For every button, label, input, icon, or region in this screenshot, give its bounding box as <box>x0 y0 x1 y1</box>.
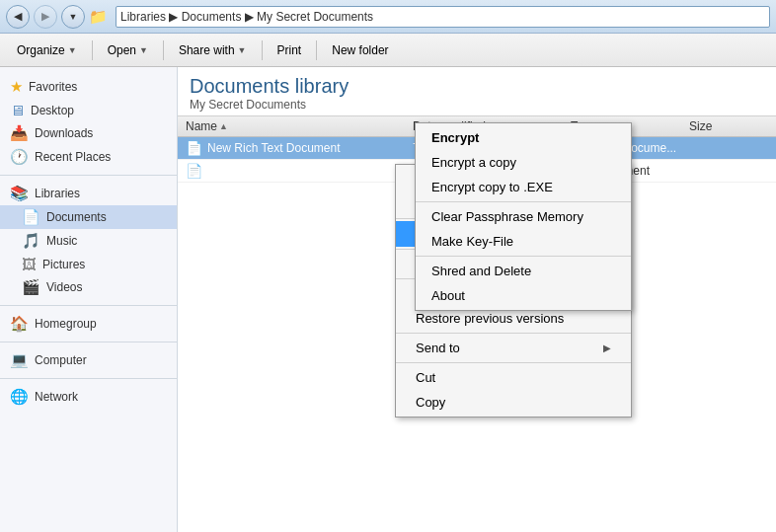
network-label: Network <box>35 390 78 404</box>
computer-label: Computer <box>35 353 87 367</box>
open-label: Open <box>108 43 136 57</box>
library-header: Documents library My Secret Documents <box>178 67 776 115</box>
new-folder-button[interactable]: New folder <box>323 39 397 61</box>
sort-icon: ▲ <box>219 121 228 131</box>
address-bar[interactable]: Libraries ▶ Documents ▶ My Secret Docume… <box>116 6 770 28</box>
music-label: Music <box>46 234 77 248</box>
library-subtitle: My Secret Documents <box>190 98 764 112</box>
submenu-encrypt[interactable]: Encrypt <box>416 125 631 150</box>
pictures-icon: 🖼 <box>22 256 37 272</box>
toolbar-separator <box>92 40 93 60</box>
organize-button[interactable]: Organize ▼ <box>8 39 86 61</box>
folder-icon: 📁 <box>89 8 108 26</box>
file-name: New Rich Text Document <box>207 141 341 155</box>
music-icon: 🎵 <box>22 232 40 250</box>
sidebar-item-videos[interactable]: 🎬 Videos <box>0 275 177 299</box>
submenu-sep-1 <box>416 201 631 202</box>
file-icon: 📄 <box>186 140 202 156</box>
col-size[interactable]: Size <box>689 119 768 133</box>
organize-chevron-icon: ▼ <box>68 45 77 55</box>
open-button[interactable]: Open ▼ <box>99 39 157 61</box>
send-to-arrow-icon: ▶ <box>603 342 611 353</box>
print-button[interactable]: Print <box>269 39 311 61</box>
address-text: Libraries ▶ Documents ▶ My Secret Docume… <box>120 10 373 24</box>
recent-places-icon: 🕐 <box>10 148 29 166</box>
documents-icon: 📄 <box>22 208 40 226</box>
new-folder-label: New folder <box>332 43 388 57</box>
submenu-make-key[interactable]: Make Key-File <box>416 229 631 254</box>
submenu-shred-delete[interactable]: Shred and Delete <box>416 259 631 283</box>
submenu-clear-passphrase[interactable]: Clear Passphrase Memory <box>416 204 631 229</box>
submenu-about[interactable]: About <box>416 283 631 308</box>
toolbar-separator-3 <box>262 40 263 60</box>
sidebar-divider-4 <box>0 378 177 379</box>
sidebar-item-desktop[interactable]: 🖥 Desktop <box>0 99 177 121</box>
documents-label: Documents <box>46 210 107 224</box>
file-name-cell-2: 📄 <box>186 163 413 179</box>
ctx-send-to[interactable]: Send to ▶ <box>396 336 631 360</box>
downloads-icon: 📥 <box>10 124 29 142</box>
title-bar: ◀ ▶ ▼ 📁 Libraries ▶ Documents ▶ My Secre… <box>0 0 776 34</box>
open-chevron-icon: ▼ <box>139 45 148 55</box>
share-with-label: Share with <box>179 43 235 57</box>
homegroup-label: Homegroup <box>35 317 97 331</box>
ctx-sep-4 <box>396 333 631 334</box>
sidebar-item-recent-places[interactable]: 🕐 Recent Places <box>0 145 177 169</box>
toolbar-separator-2 <box>163 40 164 60</box>
videos-icon: 🎬 <box>22 278 40 296</box>
toolbar: Organize ▼ Open ▼ Share with ▼ Print New… <box>0 34 776 67</box>
file-name-cell: 📄 New Rich Text Document <box>186 140 413 156</box>
ctx-copy[interactable]: Copy <box>396 390 631 415</box>
library-title: Documents library <box>190 75 764 98</box>
network-icon: 🌐 <box>10 388 29 406</box>
submenu-encrypt-exe[interactable]: Encrypt copy to .EXE <box>416 175 631 199</box>
organize-label: Organize <box>17 43 65 57</box>
libraries-icon: 📚 <box>10 185 29 202</box>
sidebar-item-documents[interactable]: 📄 Documents <box>0 205 177 229</box>
videos-label: Videos <box>46 280 82 294</box>
sidebar-item-music[interactable]: 🎵 Music <box>0 229 177 253</box>
downloads-label: Downloads <box>35 126 93 140</box>
col-name[interactable]: Name ▲ <box>186 119 413 133</box>
favorites-label: Favorites <box>29 80 77 94</box>
sidebar-item-pictures[interactable]: 🖼 Pictures <box>0 253 177 275</box>
content-area: Documents library My Secret Documents Na… <box>178 67 776 532</box>
desktop-icon: 🖥 <box>10 102 25 118</box>
share-with-chevron-icon: ▼ <box>238 45 247 55</box>
libraries-label: Libraries <box>35 187 80 200</box>
print-label: Print <box>277 43 302 57</box>
file-icon-2: 📄 <box>186 163 202 179</box>
sidebar-item-homegroup[interactable]: 🏠 Homegroup <box>0 312 177 336</box>
sidebar-item-computer[interactable]: 💻 Computer <box>0 348 177 372</box>
sidebar-divider-2 <box>0 305 177 306</box>
main-container: ★ Favorites 🖥 Desktop 📥 Downloads 🕐 Rece… <box>0 67 776 532</box>
ctx-sep-5 <box>396 362 631 363</box>
homegroup-icon: 🏠 <box>10 315 29 333</box>
axcrypt-submenu: Encrypt Encrypt a copy Encrypt copy to .… <box>415 122 632 311</box>
star-icon: ★ <box>10 78 23 96</box>
sidebar-section-libraries: 📚 Libraries <box>0 182 177 205</box>
dropdown-button[interactable]: ▼ <box>61 5 85 29</box>
pictures-label: Pictures <box>42 258 85 271</box>
sidebar: ★ Favorites 🖥 Desktop 📥 Downloads 🕐 Rece… <box>0 67 178 532</box>
ctx-cut[interactable]: Cut <box>396 365 631 390</box>
sidebar-divider-3 <box>0 342 177 342</box>
sidebar-item-network[interactable]: 🌐 Network <box>0 385 177 409</box>
sidebar-section-favorites: ★ Favorites <box>0 75 177 99</box>
submenu-sep-2 <box>416 256 631 257</box>
toolbar-separator-4 <box>316 40 317 60</box>
share-with-button[interactable]: Share with ▼ <box>170 39 256 61</box>
recent-places-label: Recent Places <box>35 150 111 164</box>
sidebar-item-downloads[interactable]: 📥 Downloads <box>0 121 177 145</box>
desktop-label: Desktop <box>31 104 74 117</box>
submenu-encrypt-copy[interactable]: Encrypt a copy <box>416 150 631 175</box>
forward-button[interactable]: ▶ <box>34 5 57 29</box>
back-button[interactable]: ◀ <box>6 5 30 29</box>
computer-icon: 💻 <box>10 351 29 369</box>
sidebar-divider-1 <box>0 175 177 176</box>
